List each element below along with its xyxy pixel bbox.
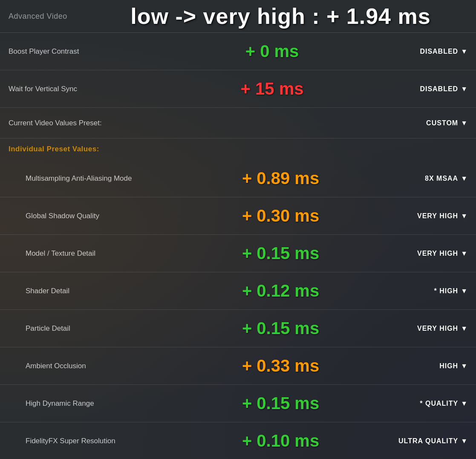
fsr-label: FidelityFX Super Resolution [26,437,170,445]
ambient-occlusion-chevron: ▼ [461,362,467,370]
shadow-quality-row: Global Shadow Quality + 0.30 ms VERY HIG… [0,197,476,235]
vertical-sync-label: Wait for Vertical Sync [9,85,153,93]
shader-detail-setting: * HIGH [434,287,458,295]
boost-player-contrast-label: Boost Player Contrast [9,47,153,56]
particle-detail-control[interactable]: VERY HIGH ▼ [391,325,467,332]
hdr-row: High Dynamic Range + 0.15 ms * QUALITY ▼ [0,385,476,422]
vertical-sync-row: Wait for Vertical Sync + 15 ms DISABLED … [0,70,476,108]
texture-detail-value: + 0.15 ms [170,244,391,263]
hdr-setting: * QUALITY [420,400,458,407]
particle-detail-value: + 0.15 ms [170,319,391,338]
texture-detail-control[interactable]: VERY HIGH ▼ [391,250,467,257]
particle-detail-setting: VERY HIGH [417,325,458,332]
shadow-quality-label: Global Shadow Quality [26,212,170,220]
shader-detail-row: Shader Detail + 0.12 ms * HIGH ▼ [0,272,476,310]
hdr-value: + 0.15 ms [170,394,391,413]
shadow-quality-value: + 0.30 ms [170,206,391,225]
texture-detail-setting: VERY HIGH [417,250,458,257]
preset-chevron: ▼ [461,119,467,127]
fsr-row: FidelityFX Super Resolution + 0.10 ms UL… [0,422,476,459]
vertical-sync-setting: DISABLED [420,85,458,93]
shader-detail-chevron: ▼ [461,287,467,295]
boost-player-contrast-setting: DISABLED [420,48,458,55]
header-main-value: low -> very high : + 1.94 ms [94,3,467,29]
shadow-quality-chevron: ▼ [461,212,467,220]
fsr-setting: ULTRA QUALITY [398,437,458,445]
msaa-chevron: ▼ [461,175,467,182]
shadow-quality-setting: VERY HIGH [417,212,458,220]
section-title: Advanced Video [9,12,94,21]
hdr-label: High Dynamic Range [26,399,170,408]
fsr-control[interactable]: ULTRA QUALITY ▼ [391,437,467,445]
msaa-control[interactable]: 8X MSAA ▼ [391,175,467,182]
msaa-row: Multisampling Anti-Aliasing Mode + 0.89 … [0,160,476,197]
particle-detail-row: Particle Detail + 0.15 ms VERY HIGH ▼ [0,310,476,347]
ambient-occlusion-value: + 0.33 ms [170,356,391,375]
vertical-sync-control[interactable]: DISABLED ▼ [391,85,467,93]
fsr-chevron: ▼ [461,437,467,445]
shader-detail-label: Shader Detail [26,287,170,295]
particle-detail-chevron: ▼ [461,325,467,332]
boost-player-contrast-value: + 0 ms [153,42,391,61]
individual-preset-label: Individual Preset Values: [9,145,99,153]
shader-detail-value: + 0.12 ms [170,281,391,300]
hdr-chevron: ▼ [461,400,467,407]
shadow-quality-control[interactable]: VERY HIGH ▼ [391,212,467,220]
msaa-value: + 0.89 ms [170,169,391,188]
ambient-occlusion-control[interactable]: HIGH ▼ [391,362,467,370]
fsr-value: + 0.10 ms [170,431,391,450]
particle-detail-label: Particle Detail [26,324,170,333]
msaa-setting: 8X MSAA [425,175,458,182]
boost-player-contrast-chevron: ▼ [461,48,467,55]
ambient-occlusion-setting: HIGH [439,362,458,370]
shader-detail-control[interactable]: * HIGH ▼ [391,287,467,295]
preset-label: Current Video Values Preset: [9,119,153,127]
vertical-sync-value: + 15 ms [153,79,391,98]
boost-player-contrast-row: Boost Player Contrast + 0 ms DISABLED ▼ [0,33,476,70]
vertical-sync-chevron: ▼ [461,85,467,93]
preset-setting: CUSTOM [426,119,458,127]
texture-detail-label: Model / Texture Detail [26,249,170,258]
texture-detail-row: Model / Texture Detail + 0.15 ms VERY HI… [0,235,476,272]
ambient-occlusion-row: Ambient Occlusion + 0.33 ms HIGH ▼ [0,347,476,385]
preset-control[interactable]: CUSTOM ▼ [391,119,467,127]
hdr-control[interactable]: * QUALITY ▼ [391,400,467,407]
boost-player-contrast-control[interactable]: DISABLED ▼ [391,48,467,55]
texture-detail-chevron: ▼ [461,250,467,257]
ambient-occlusion-label: Ambient Occlusion [26,362,170,370]
msaa-label: Multisampling Anti-Aliasing Mode [26,174,170,183]
individual-preset-header: Individual Preset Values: [0,139,476,160]
header-row: Advanced Video low -> very high : + 1.94… [0,0,476,33]
preset-row: Current Video Values Preset: CUSTOM ▼ [0,108,476,139]
